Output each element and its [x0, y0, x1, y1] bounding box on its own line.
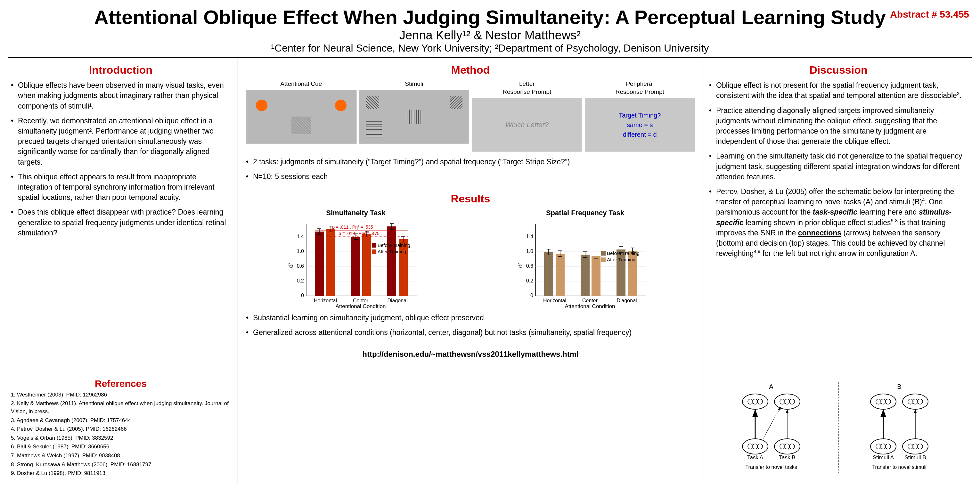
charts-row: Simultaneity Task — [246, 209, 695, 309]
references-list: 1. Westheimer (2003). PMID: 12962986 2. … — [11, 391, 231, 477]
svg-text:Attentional Condition: Attentional Condition — [336, 303, 386, 309]
svg-text:Center: Center — [582, 298, 598, 303]
introduction-bullets: Oblique effects have been observed in ma… — [11, 80, 231, 242]
chart2-svg: 0 0.2 0.6 1.0 1.4 d' Horizontal Center D… — [475, 219, 695, 309]
chart2-title: Spatial Frequency Task — [546, 209, 624, 217]
svg-text:Horizontal: Horizontal — [543, 298, 566, 303]
ref-1: 1. Westheimer (2003). PMID: 12962986 — [11, 391, 231, 399]
disc-bullet-1: Oblique effect is not present for the sp… — [709, 80, 968, 100]
svg-point-106 — [886, 399, 891, 404]
noise-pattern — [291, 116, 311, 134]
results-bullets: Substantial learning on simultaneity jud… — [246, 313, 695, 342]
ref-5: 5. Vogels & Orban (1985). PMID: 3832592 — [11, 434, 231, 442]
svg-text:0.2: 0.2 — [526, 278, 533, 283]
svg-text:Task B: Task B — [779, 455, 795, 461]
letter-prompt-label: Letter Response Prompt — [503, 80, 551, 96]
schematic-diagram: A B — [709, 377, 968, 479]
svg-text:Diagonal: Diagonal — [617, 298, 637, 303]
references-section: References 1. Westheimer (2003). PMID: 1… — [11, 378, 231, 479]
svg-point-88 — [784, 399, 790, 404]
chart2-bar-h-before — [544, 252, 553, 296]
svg-rect-40 — [372, 250, 376, 254]
ref-8: 8. Strong, Kurosawa & Matthews (2006). P… — [11, 461, 231, 469]
poster: Attentional Oblique Effect When Judging … — [0, 0, 980, 490]
svg-text:Diagonal: Diagonal — [387, 298, 407, 303]
svg-point-89 — [789, 399, 795, 404]
abstract-number: Abstract # 53.455 — [890, 9, 969, 20]
right-column: Discussion Oblique effect is not present… — [703, 58, 972, 484]
svg-point-96 — [784, 444, 790, 449]
svg-point-95 — [780, 444, 785, 449]
peripheral-prompt-image: Target Timing?same = sdifferent = d — [585, 98, 695, 152]
letter-prompt-image: Which Letter? — [472, 98, 582, 152]
authors: Jenna Kelly¹² & Nestor Matthews² — [8, 29, 972, 42]
svg-text:Transfer to novel stimuli: Transfer to novel stimuli — [872, 465, 926, 470]
chart1-bar-c-before — [351, 237, 360, 296]
method-bullets: 2 tasks: judgments of simultaneity (“Tar… — [246, 157, 695, 186]
references-title: References — [11, 378, 231, 389]
chart2-area: 0 0.2 0.6 1.0 1.4 d' Horizontal Center D… — [475, 219, 695, 309]
svg-point-93 — [752, 444, 758, 449]
svg-point-110 — [870, 439, 896, 454]
affiliations: ¹Center for Neural Science, New York Uni… — [8, 42, 972, 54]
svg-text:Before Training: Before Training — [607, 250, 640, 256]
svg-point-107 — [908, 399, 913, 404]
grating-center — [407, 110, 421, 124]
svg-point-103 — [902, 394, 928, 409]
svg-text:Horizontal: Horizontal — [314, 298, 337, 303]
stimuli-image — [359, 90, 469, 144]
spatial-freq-chart: Spatial Frequency Task — [475, 209, 695, 309]
peripheral-text: Target Timing?same = sdifferent = d — [619, 110, 661, 139]
peripheral-prompt-box: Peripheral Response Prompt Target Timing… — [585, 80, 695, 152]
svg-point-97 — [789, 444, 795, 449]
main-content: Introduction Oblique effects have been o… — [8, 57, 972, 484]
svg-point-90 — [742, 439, 768, 454]
ref-2: 2. Kelly & Matthews (2011). Attentional … — [11, 400, 231, 415]
grating-2 — [450, 96, 463, 109]
svg-text:0.2: 0.2 — [297, 278, 304, 283]
svg-point-86 — [757, 399, 762, 404]
url-line: http://denison.edu/~matthewsn/vss2011kel… — [246, 350, 695, 359]
chart1-bar-h-before — [315, 232, 324, 296]
svg-text:Transfer to novel tasks: Transfer to novel tasks — [745, 465, 797, 470]
chart1-bar-d-before — [387, 226, 396, 296]
discussion-title: Discussion — [709, 64, 968, 76]
svg-point-87 — [780, 399, 785, 404]
svg-point-104 — [876, 399, 881, 404]
letter-prompt-box: Letter Response Prompt Which Letter? — [472, 80, 582, 152]
svg-text:Before Training: Before Training — [378, 242, 410, 248]
svg-point-85 — [752, 399, 758, 404]
poster-title: Attentional Oblique Effect When Judging … — [8, 6, 972, 29]
svg-point-84 — [748, 399, 753, 404]
svg-point-102 — [870, 394, 896, 409]
ref-6: 6. Ball & Sekuler (1987). PMID: 3660656 — [11, 443, 231, 451]
left-column: Introduction Oblique effects have been o… — [8, 58, 238, 484]
svg-point-112 — [876, 444, 881, 449]
simultaneity-chart: Simultaneity Task — [246, 209, 466, 309]
svg-text:1.0: 1.0 — [526, 248, 533, 254]
introduction-title: Introduction — [11, 64, 231, 76]
disc-bullet-4: Petrov, Dosher, & Lu (2005) offer the sc… — [709, 186, 968, 258]
svg-point-109 — [918, 399, 923, 404]
svg-text:After Training: After Training — [378, 249, 406, 254]
chart1-title: Simultaneity Task — [326, 209, 385, 217]
header: Attentional Oblique Effect When Judging … — [8, 6, 972, 54]
which-letter-text: Which Letter? — [505, 121, 549, 129]
intro-bullet-4: Does this oblique effect disappear with … — [11, 207, 231, 238]
chart1-bar-h-after — [326, 229, 335, 296]
svg-point-116 — [913, 444, 918, 449]
results-bullet-1: Substantial learning on simultaneity jud… — [246, 313, 695, 323]
svg-text:Attentional Condition: Attentional Condition — [565, 303, 615, 309]
svg-point-114 — [886, 444, 891, 449]
orange-dot-left — [256, 100, 267, 111]
svg-point-82 — [742, 394, 768, 409]
schematic-svg: A B — [717, 382, 960, 479]
svg-point-83 — [775, 394, 800, 409]
svg-point-115 — [908, 444, 913, 449]
svg-rect-76 — [601, 251, 606, 256]
method-title: Method — [246, 64, 695, 76]
stimuli-label: Stimuli — [405, 80, 423, 88]
svg-line-100 — [762, 407, 781, 441]
method-bullet-1: 2 tasks: judgments of simultaneity (“Tar… — [246, 157, 695, 167]
ref-7: 7. Matthews & Welch (1997). PMID: 903840… — [11, 452, 231, 460]
